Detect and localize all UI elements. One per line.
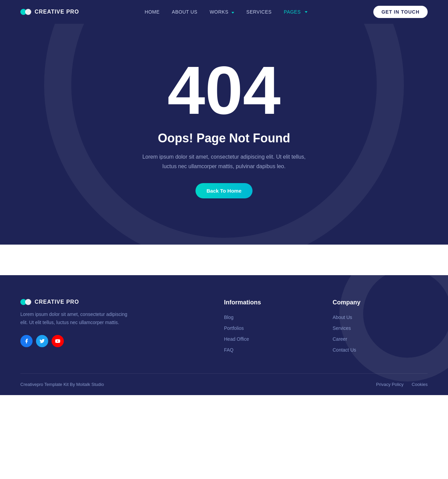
- footer-link-about-us[interactable]: About Us: [333, 315, 352, 320]
- footer-bottom-links: Privacy Policy Cookies: [376, 382, 428, 387]
- logo-text: CREATIVE PRO: [35, 9, 79, 15]
- footer-informations-column: Informations Blog Portfolios Head Office…: [224, 299, 319, 353]
- nav-item-services[interactable]: SERVICES: [246, 9, 272, 15]
- logo-circle-right: [25, 9, 31, 15]
- list-item: About Us: [333, 314, 428, 320]
- list-item: Head Office: [224, 336, 319, 342]
- list-item: Services: [333, 325, 428, 331]
- footer-privacy-policy-link[interactable]: Privacy Policy: [376, 382, 404, 387]
- footer-link-blog[interactable]: Blog: [224, 315, 234, 320]
- footer-link-head-office[interactable]: Head Office: [224, 336, 249, 342]
- list-item: Blog: [224, 314, 319, 320]
- facebook-icon[interactable]: [20, 335, 33, 347]
- social-icons: [20, 335, 210, 347]
- footer-logo: CREATIVE PRO: [20, 299, 210, 305]
- footer-logo-circle-right: [25, 299, 31, 305]
- nav-link-works[interactable]: WORKS: [210, 9, 234, 15]
- nav-item-about[interactable]: ABOUT US: [172, 9, 197, 15]
- logo-icon: [20, 9, 31, 15]
- footer-cookies-link[interactable]: Cookies: [412, 382, 428, 387]
- pages-chevron-icon: [305, 11, 307, 13]
- list-item: Career: [333, 336, 428, 342]
- nav-item-home[interactable]: HOME: [145, 9, 160, 15]
- list-item: Contact Us: [333, 347, 428, 353]
- list-item: FAQ: [224, 347, 319, 353]
- nav-item-pages[interactable]: PAGES: [284, 9, 307, 15]
- navbar: CREATIVE PRO HOME ABOUT US WORKS SERVICE…: [0, 0, 448, 24]
- footer-company-heading: Company: [333, 299, 428, 306]
- spacer: [0, 245, 448, 275]
- footer-copyright: Creativepro Template Kit By Moitalk Stud…: [20, 382, 104, 387]
- footer-link-faq[interactable]: FAQ: [224, 347, 234, 353]
- footer-logo-text: CREATIVE PRO: [35, 299, 79, 305]
- footer-link-portfolios[interactable]: Portfolios: [224, 325, 244, 331]
- error-code: 404: [167, 56, 281, 124]
- youtube-icon[interactable]: [52, 335, 64, 347]
- footer-company-column: Company About Us Services Career Contact…: [333, 299, 428, 353]
- footer-link-services[interactable]: Services: [333, 325, 351, 331]
- footer-informations-links: Blog Portfolios Head Office FAQ: [224, 314, 319, 353]
- hero-section: 404 Oops! Page Not Found Lorem ipsum dol…: [0, 24, 448, 245]
- footer-description: Lorem ipsum dolor sit amet, consectetur …: [20, 311, 129, 327]
- hero-title: Oops! Page Not Found: [158, 131, 290, 145]
- footer-company-links: About Us Services Career Contact Us: [333, 314, 428, 353]
- nav-item-works[interactable]: WORKS: [210, 9, 234, 15]
- footer-logo-icon: [20, 299, 31, 305]
- navbar-brand: CREATIVE PRO: [20, 9, 79, 15]
- chevron-down-icon: [231, 12, 234, 14]
- hero-description: Lorem ipsum dolor sit amet, consectetur …: [139, 152, 309, 171]
- footer-brand-column: CREATIVE PRO Lorem ipsum dolor sit amet,…: [20, 299, 210, 353]
- footer-bottom: Creativepro Template Kit By Moitalk Stud…: [20, 373, 428, 395]
- back-to-home-button[interactable]: Back To Home: [195, 183, 252, 198]
- footer-link-career[interactable]: Career: [333, 336, 347, 342]
- nav-link-home[interactable]: HOME: [145, 9, 160, 15]
- get-in-touch-button[interactable]: GET IN TOUCH: [373, 6, 428, 18]
- nav-menu: HOME ABOUT US WORKS SERVICES PAGES: [145, 9, 307, 15]
- footer-informations-heading: Informations: [224, 299, 319, 306]
- twitter-icon[interactable]: [36, 335, 48, 347]
- list-item: Portfolios: [224, 325, 319, 331]
- nav-link-about[interactable]: ABOUT US: [172, 9, 197, 15]
- nav-link-services[interactable]: SERVICES: [246, 9, 272, 15]
- footer-grid: CREATIVE PRO Lorem ipsum dolor sit amet,…: [20, 299, 428, 353]
- nav-link-pages[interactable]: PAGES: [284, 9, 307, 15]
- footer: CREATIVE PRO Lorem ipsum dolor sit amet,…: [0, 275, 448, 395]
- footer-link-contact-us[interactable]: Contact Us: [333, 347, 356, 353]
